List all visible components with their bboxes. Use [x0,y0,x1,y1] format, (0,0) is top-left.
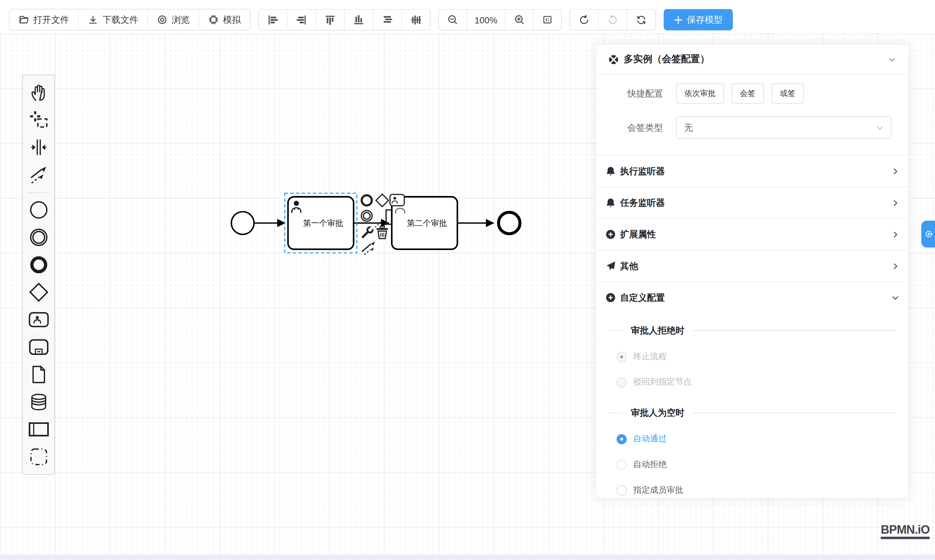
end-event[interactable] [498,212,520,234]
intermediate-event-icon [28,227,48,247]
panel-toggle-tab[interactable] [921,221,935,248]
zoom-in-icon [514,14,525,25]
save-model-label: 保存模型 [687,14,723,25]
quick-config-sequential-button[interactable]: 依次审批 [676,83,724,104]
radio-icon [617,352,627,362]
download-file-button[interactable]: 下载文件 [78,9,147,29]
fit-viewport-button[interactable] [533,9,561,29]
palette-separator [27,192,51,193]
quick-config-row: 快捷配置 依次审批 会签 或签 [613,83,892,104]
reject-title: 审批人拒绝时 [631,325,684,336]
radio-auto-reject[interactable]: 自动拒绝 [617,459,897,470]
multi-type-select[interactable]: 无 [676,116,892,139]
delete-trash-icon[interactable] [377,226,388,238]
align-right-button[interactable] [287,9,315,29]
section-execution-listener[interactable]: 执行监听器 [597,155,908,186]
append-text-annotation-icon[interactable] [375,210,391,227]
align-top-button[interactable] [315,9,344,29]
simulate-label: 模拟 [223,14,241,25]
bpmn-diagram: 第一个审批 第二个审批 [226,153,537,266]
radio-terminate-process: 终止流程 [617,351,897,362]
multi-type-label: 会签类型 [613,122,663,133]
refresh-icon [636,14,647,25]
zoom-out-icon [447,14,458,25]
append-user-task-icon[interactable] [390,194,404,206]
section-extension-properties[interactable]: 扩展属性 [597,218,908,250]
palette-start-event[interactable] [25,196,52,224]
send-icon [605,261,616,271]
align-center-horizontal-icon [381,14,393,25]
multi-type-value: 无 [684,122,876,133]
settings-wrench-icon[interactable] [363,226,374,237]
history-toolbar-group [569,9,656,31]
hand-icon [28,82,48,102]
global-connect-tool[interactable] [25,161,52,188]
undo-icon [578,14,590,25]
panel-sections: 执行监听器 任务监听器 扩展属性 其他 自定义配置 [597,155,908,313]
palette-user-task[interactable] [25,306,52,333]
append-end-event-icon[interactable] [362,195,372,205]
chevron-down-icon [892,294,899,302]
hand-tool[interactable] [25,78,52,106]
subprocess-icon [28,336,49,358]
align-left-button[interactable] [259,9,287,29]
save-model-button[interactable]: 保存模型 [664,9,733,31]
preview-label: 浏览 [172,14,189,25]
radio-icon [617,485,627,495]
bell-icon [605,197,616,208]
folder-open-icon [18,14,29,25]
end-event-icon [28,254,48,275]
participant-icon [28,418,49,440]
start-event[interactable] [231,212,254,234]
align-right-icon [296,14,307,25]
gear-icon [924,229,933,238]
empty-divider: 审批人为空时 [608,407,897,418]
quick-config-countersign-button[interactable]: 会签 [732,83,764,104]
align-center-vertical-button[interactable] [401,9,430,29]
multi-instance-form: 快捷配置 依次审批 会签 或签 会签类型 无 [597,74,908,155]
zoom-toolbar-group: 100% [438,9,562,31]
palette-data-object[interactable] [25,361,52,388]
align-center-horizontal-button[interactable] [373,9,401,29]
simulate-button[interactable]: 模拟 [198,9,250,29]
append-intermediate-event-icon[interactable] [361,211,372,222]
open-file-button[interactable]: 打开文件 [9,9,78,29]
palette-end-event[interactable] [25,251,52,278]
section-other[interactable]: 其他 [597,250,908,282]
bpmn-palette [22,74,55,474]
preview-button[interactable]: 浏览 [147,9,198,29]
quick-config-orsign-button[interactable]: 或签 [772,83,804,104]
empty-title: 审批人为空时 [631,407,684,418]
palette-participant[interactable] [25,416,52,443]
panel-header-multi-instance[interactable]: 多实例（会签配置） [597,45,908,75]
palette-intermediate-event[interactable] [25,224,52,251]
chevron-right-icon [892,262,899,270]
user-task-1[interactable]: 第一个审批 [288,197,354,249]
section-label: 自定义配置 [620,292,892,303]
undo-button[interactable] [570,9,598,29]
space-tool[interactable] [25,134,52,161]
connect-tool-icon[interactable] [362,242,375,254]
radio-assign-member[interactable]: 指定成员审批 [617,485,897,495]
download-icon [88,14,98,25]
lasso-tool[interactable] [25,106,52,134]
zoom-in-button[interactable] [505,9,533,29]
append-gateway-icon[interactable] [376,194,389,207]
align-bottom-button[interactable] [344,9,373,29]
palette-group[interactable] [25,443,52,470]
section-task-listener[interactable]: 任务监听器 [597,186,908,218]
radio-auto-pass[interactable]: 自动通过 [617,434,897,444]
palette-gateway[interactable] [25,278,52,306]
file-toolbar-group: 打开文件 下载文件 浏览 模拟 [9,9,251,31]
section-custom-config[interactable]: 自定义配置 [597,282,908,313]
align-toolbar-group [258,9,430,31]
radio-return-to-node: 驳回到指定节点 [617,377,897,388]
palette-data-store[interactable] [25,388,52,415]
radio-label: 驳回到指定节点 [634,377,692,388]
zoom-out-button[interactable] [439,9,466,29]
start-event-icon [28,200,48,220]
redo-button[interactable] [598,9,627,29]
section-label: 其他 [620,260,892,272]
palette-subprocess[interactable] [25,334,52,361]
reset-button[interactable] [627,9,655,29]
